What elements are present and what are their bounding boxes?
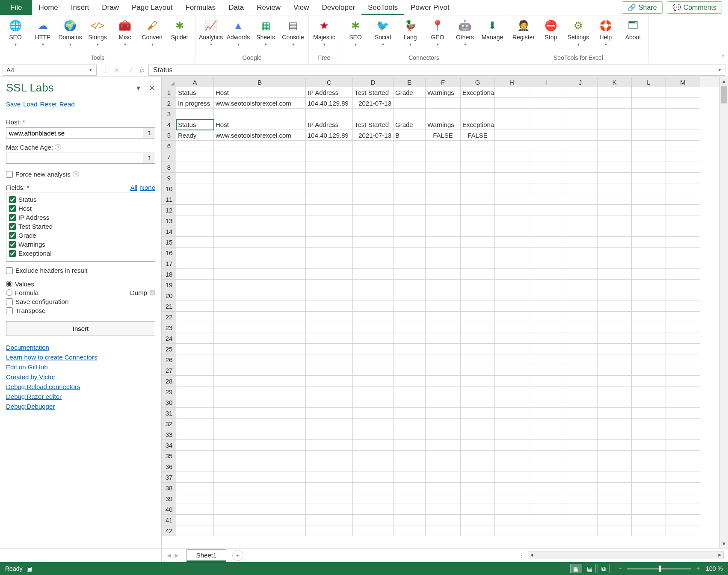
cell[interactable] — [306, 162, 353, 173]
cell[interactable] — [394, 194, 426, 205]
cell[interactable] — [495, 237, 529, 248]
horizontal-scrollbar[interactable] — [528, 551, 724, 559]
cell[interactable] — [306, 141, 353, 151]
scroll-up-icon[interactable]: ▲ — [722, 77, 727, 86]
cell[interactable] — [666, 205, 700, 215]
host-ref-button[interactable]: ↥ — [143, 127, 155, 139]
cell[interactable] — [353, 525, 394, 536]
cell[interactable] — [353, 183, 394, 194]
row-header[interactable]: 20 — [162, 290, 176, 301]
cell[interactable] — [214, 408, 306, 419]
cell[interactable] — [426, 386, 461, 397]
cell[interactable] — [529, 408, 563, 419]
cell[interactable] — [598, 130, 632, 141]
cell[interactable] — [563, 162, 598, 173]
cell[interactable] — [632, 173, 666, 183]
cell[interactable] — [529, 354, 563, 365]
cell[interactable] — [394, 215, 426, 226]
cell[interactable] — [176, 397, 214, 408]
cell[interactable] — [529, 151, 563, 162]
formula-radio[interactable] — [6, 289, 12, 296]
ribbon-sheets-button[interactable]: ▦Sheets▾ — [253, 18, 278, 47]
col-header[interactable]: D — [353, 77, 394, 87]
cell[interactable] — [426, 98, 461, 109]
ribbon-majestic-button[interactable]: ★Majestic▾ — [311, 18, 337, 47]
cell[interactable] — [176, 290, 214, 301]
cell[interactable] — [461, 483, 495, 493]
saveconf-checkbox[interactable] — [6, 298, 13, 305]
taskpane-link-documentation[interactable]: Documentation — [6, 344, 155, 351]
cell[interactable] — [529, 280, 563, 290]
cell[interactable] — [306, 290, 353, 301]
cell[interactable] — [426, 205, 461, 215]
cell[interactable] — [666, 354, 700, 365]
cell[interactable] — [214, 461, 306, 472]
cell[interactable] — [598, 419, 632, 429]
ribbon-others-button[interactable]: 🤖Others▾ — [452, 18, 478, 47]
cell[interactable] — [394, 365, 426, 376]
cell[interactable] — [461, 312, 495, 322]
taskpane-link-save[interactable]: Save — [6, 100, 21, 108]
cell[interactable]: Grade — [394, 119, 426, 130]
cell[interactable] — [176, 461, 214, 472]
cell[interactable] — [495, 419, 529, 429]
ribbon-lang-button[interactable]: 🦆Lang▾ — [397, 18, 423, 47]
cell[interactable] — [306, 408, 353, 419]
cell[interactable]: Warnings — [426, 119, 461, 130]
cell[interactable] — [394, 301, 426, 312]
cell[interactable] — [632, 322, 666, 333]
cell[interactable] — [495, 451, 529, 461]
taskpane-link-debug-reload-connectors[interactable]: Debug:Reload connectors — [6, 383, 155, 390]
cell[interactable] — [214, 322, 306, 333]
cell[interactable] — [306, 493, 353, 504]
cell[interactable] — [563, 376, 598, 386]
cell[interactable] — [306, 354, 353, 365]
cell[interactable] — [632, 493, 666, 504]
ribbon-register-button[interactable]: 🤵Register — [511, 18, 536, 48]
cell[interactable] — [394, 333, 426, 344]
cell[interactable] — [176, 301, 214, 312]
cell[interactable] — [214, 109, 306, 119]
cell[interactable]: www.seotoolsforexcel.com — [214, 130, 306, 141]
cell[interactable] — [666, 248, 700, 258]
cell[interactable] — [495, 525, 529, 536]
cell[interactable] — [394, 344, 426, 354]
ribbon-help-button[interactable]: 🛟Help▾ — [593, 18, 619, 47]
cell[interactable] — [353, 290, 394, 301]
cell[interactable] — [598, 472, 632, 483]
cell[interactable] — [632, 365, 666, 376]
sheet-prev-icon[interactable]: ◄ — [166, 552, 172, 559]
cell[interactable] — [214, 280, 306, 290]
field-test-started-checkbox[interactable] — [9, 223, 16, 230]
cell[interactable] — [495, 376, 529, 386]
cell[interactable] — [176, 280, 214, 290]
ribbon-manage-button[interactable]: ⬇Manage — [479, 18, 505, 48]
cell[interactable] — [214, 376, 306, 386]
cell[interactable] — [426, 322, 461, 333]
cell[interactable] — [353, 483, 394, 493]
cell[interactable] — [394, 248, 426, 258]
help-icon[interactable]: ? — [55, 144, 61, 150]
tab-seotools[interactable]: SeoTools — [361, 0, 404, 15]
cell[interactable] — [394, 162, 426, 173]
taskpane-link-debug-debugger[interactable]: Debug:Debugger — [6, 403, 155, 410]
cell[interactable] — [666, 365, 700, 376]
cell[interactable] — [176, 408, 214, 419]
row-header[interactable]: 4 — [162, 119, 176, 130]
cell[interactable] — [598, 141, 632, 151]
cell[interactable] — [353, 141, 394, 151]
cell[interactable] — [353, 269, 394, 280]
cell[interactable] — [529, 525, 563, 536]
cell[interactable] — [529, 493, 563, 504]
taskpane-options-icon[interactable]: ▾ — [136, 83, 140, 93]
cell[interactable] — [598, 354, 632, 365]
cell[interactable] — [598, 151, 632, 162]
cell[interactable] — [598, 162, 632, 173]
cell[interactable] — [563, 87, 598, 98]
more-icon[interactable]: ⋮ — [518, 552, 528, 559]
row-header[interactable]: 9 — [162, 173, 176, 183]
cell[interactable] — [495, 87, 529, 98]
cell[interactable] — [214, 258, 306, 269]
field-host-checkbox[interactable] — [9, 205, 16, 212]
cell[interactable] — [529, 237, 563, 248]
